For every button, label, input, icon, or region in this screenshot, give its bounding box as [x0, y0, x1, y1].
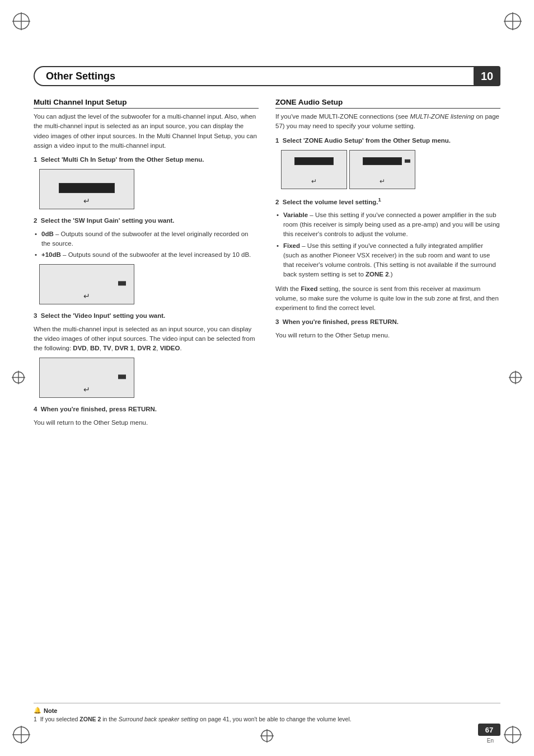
bullet-10db: +10dB – Outputs sound of the subwoofer a… — [34, 250, 259, 260]
screen-container-1: ↵ — [39, 169, 259, 209]
chapter-badge: 10 — [474, 66, 500, 86]
note-icon: 🔔 — [34, 707, 41, 714]
right-column: ZONE Audio Setup If you've made MULTI-ZO… — [275, 98, 500, 700]
left-step3-text: When the multi-channel input is selected… — [34, 325, 259, 354]
zone-indicator-right — [405, 159, 410, 163]
corner-mark-bl — [10, 724, 32, 746]
bullet-0db: 0dB – Outputs sound of the subwoofer at … — [34, 229, 259, 249]
left-column: Multi Channel Input Setup You can adjust… — [34, 98, 259, 700]
right-step3-label: 3 When you're finished, press RETURN. — [275, 317, 500, 327]
left-intro: You can adjust the level of the subwoofe… — [34, 112, 259, 151]
footer-note: 🔔 Note 1 If you selected ZONE 2 in the S… — [34, 703, 500, 722]
page-lang: En — [487, 738, 494, 744]
right-step1-label: 1 Select 'ZONE Audio Setup' from the Oth… — [275, 136, 500, 145]
fixed-setting-text: With the Fixed setting, the source is se… — [275, 284, 500, 313]
main-content: Multi Channel Input Setup You can adjust… — [34, 98, 500, 700]
screen-arrow-1: ↵ — [83, 196, 90, 205]
bottom-mark-center — [259, 727, 275, 746]
step2-bullets: 0dB – Outputs sound of the subwoofer at … — [34, 229, 259, 260]
note-title: 🔔 Note — [34, 707, 500, 714]
left-step1-label: 1 Select 'Multi Ch In Setup' from the Ot… — [34, 155, 259, 165]
screen-display-1: ↵ — [39, 169, 134, 209]
screen-arrow-2: ↵ — [83, 292, 90, 300]
corner-mark-tl — [10, 10, 32, 32]
left-step4-text: You will return to the Other Setup menu. — [34, 418, 259, 428]
zone-screen-inner-left — [294, 157, 334, 165]
right-step2-label: 2 Select the volume level setting.1 — [275, 196, 500, 207]
corner-mark-br — [502, 724, 524, 746]
bullet-fixed: Fixed – Use this setting if you've conne… — [275, 241, 500, 280]
screen-container-2: ↵ — [39, 264, 259, 304]
side-mark-left — [10, 369, 27, 387]
left-step2-label: 2 Select the 'SW Input Gain' setting you… — [34, 216, 259, 226]
screen-display-3: ↵ — [39, 358, 134, 398]
zone-panel-left: ↵ — [281, 150, 347, 189]
note-text: 1 If you selected ZONE 2 in the Surround… — [34, 716, 500, 722]
screen-inner-wrapper-3: ↵ — [40, 358, 134, 397]
zone-screen: ↵ ↵ — [281, 150, 415, 189]
right-intro: If you've made MULTI-ZONE connections (s… — [275, 112, 500, 132]
screen-indicator-2 — [118, 281, 126, 286]
screen-container-3: ↵ — [39, 358, 259, 398]
left-step4-label: 4 When you're finished, press RETURN. — [34, 405, 259, 414]
zone-screen-container: ↵ ↵ — [281, 150, 500, 189]
header-bar: Other Settings — [34, 66, 500, 86]
zone-arrow-right: ↵ — [380, 177, 385, 185]
right-section-title: ZONE Audio Setup — [275, 98, 500, 109]
screen-display-2: ↵ — [39, 264, 134, 304]
step2-bullets-right: Variable – Use this setting if you've co… — [275, 210, 500, 280]
screen-arrow-3: ↵ — [83, 385, 90, 394]
zone-panel-right: ↵ — [349, 150, 415, 189]
side-mark-right — [507, 369, 524, 387]
zone-screen-inner-right — [363, 157, 402, 165]
screen-inner-1 — [59, 183, 115, 193]
screen-inner-wrapper-2: ↵ — [40, 265, 134, 304]
note-label: Note — [44, 707, 57, 714]
left-step3-label: 3 Select the 'Video Input' setting you w… — [34, 311, 259, 321]
corner-mark-tr — [502, 10, 524, 32]
screen-indicator-3 — [118, 375, 126, 379]
left-section-title: Multi Channel Input Setup — [34, 98, 259, 109]
zone-arrow-left: ↵ — [311, 177, 317, 185]
right-step3-text: You will return to the Other Setup menu. — [275, 331, 500, 340]
page-number: 67 — [478, 724, 500, 736]
page-title: Other Settings — [46, 71, 115, 82]
bullet-variable: Variable – Use this setting if you've co… — [275, 210, 500, 240]
